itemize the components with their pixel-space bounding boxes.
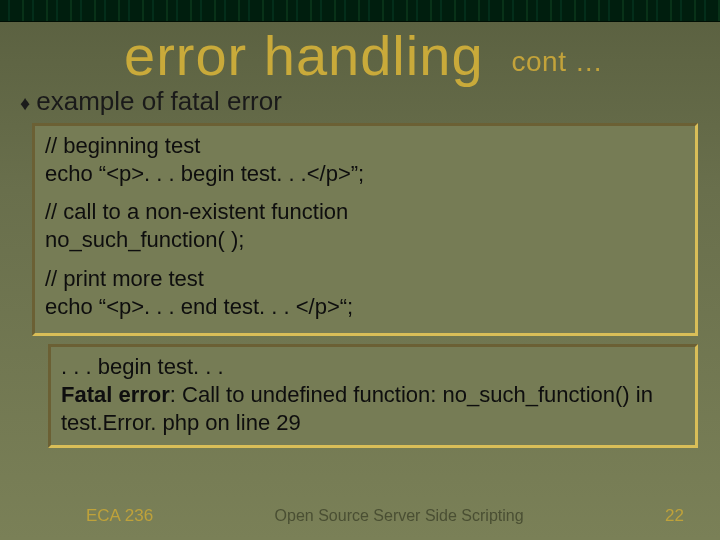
output-box: . . . begin test. . . Fatal error: Call … [48, 344, 698, 448]
code-line: // beginning test [45, 132, 685, 160]
code-section-3: // print more test echo “<p>. . . end te… [45, 265, 685, 321]
code-line: echo “<p>. . . end test. . . </p>“; [45, 293, 685, 321]
bullet-row: ♦ example of fatal error [0, 86, 720, 117]
slide-title: error handling [124, 28, 484, 84]
footer-center: Open Source Server Side Scripting [143, 507, 655, 525]
error-label: Fatal error [61, 382, 170, 407]
code-line: // call to a non-existent function [45, 198, 685, 226]
output-line: . . . begin test. . . [61, 353, 685, 381]
bullet-text: example of fatal error [36, 86, 282, 117]
code-line: echo “<p>. . . begin test. . .</p>”; [45, 160, 685, 188]
output-line: Fatal error: Call to undefined function:… [61, 381, 685, 437]
slide: error handling cont … ♦ example of fatal… [0, 0, 720, 540]
code-box: // beginning test echo “<p>. . . begin t… [32, 123, 698, 336]
code-line: no_such_function( ); [45, 226, 685, 254]
code-section-2: // call to a non-existent function no_su… [45, 198, 685, 254]
footer-page: 22 [665, 506, 684, 526]
bullet-icon: ♦ [20, 93, 30, 113]
title-row: error handling cont … [0, 28, 720, 84]
code-section-1: // beginning test echo “<p>. . . begin t… [45, 132, 685, 188]
code-line: // print more test [45, 265, 685, 293]
footer: ECA 236 Open Source Server Side Scriptin… [0, 506, 720, 526]
slide-subtitle: cont … [512, 46, 604, 84]
